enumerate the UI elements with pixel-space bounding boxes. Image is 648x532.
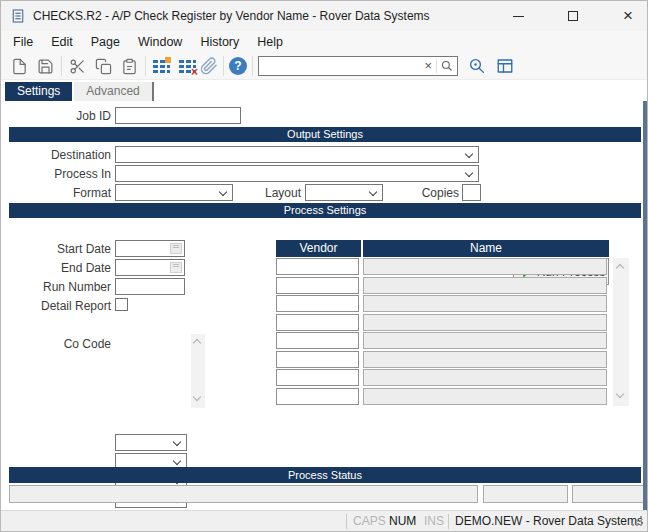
vendor-cell-input[interactable]	[276, 258, 359, 275]
table-row	[276, 369, 609, 386]
copies-label: Copies	[349, 185, 459, 202]
vendor-cell-input[interactable]	[276, 314, 359, 331]
app-icon	[10, 8, 26, 24]
paste-button[interactable]	[119, 56, 139, 76]
find-view-button[interactable]	[467, 56, 487, 76]
search-icon[interactable]	[437, 60, 457, 72]
start-date-label: Start Date	[1, 241, 111, 258]
table-row	[276, 295, 609, 312]
vendor-cell-input[interactable]	[276, 277, 359, 294]
scroll-down-icon[interactable]	[616, 390, 624, 398]
name-cell	[363, 332, 607, 349]
destination-label: Destination	[1, 147, 111, 164]
menu-edit[interactable]: Edit	[42, 35, 82, 49]
calendar-icon[interactable]	[170, 262, 182, 273]
tab-settings[interactable]: Settings	[5, 82, 72, 101]
paperclip-icon	[200, 57, 218, 75]
help-button[interactable]: ?	[228, 56, 248, 76]
minimize-icon	[513, 16, 524, 17]
delete-badge-icon: ×	[191, 66, 198, 78]
co-code-label: Co Code	[1, 336, 111, 353]
menu-bar: File Edit Page Window History Help	[1, 31, 647, 52]
close-icon: ×	[623, 6, 633, 26]
chevron-down-icon	[173, 438, 181, 446]
save-icon	[37, 58, 54, 75]
save-button[interactable]	[35, 56, 55, 76]
window-title: CHECKS.R2 - A/P Check Register by Vendor…	[33, 1, 430, 31]
vendor-cell-input[interactable]	[276, 332, 359, 349]
tab-advanced[interactable]: Advanced	[74, 82, 153, 101]
delete-row-button[interactable]: ×	[177, 56, 197, 76]
process-settings-header: Process Settings	[9, 203, 641, 218]
start-date-input[interactable]	[116, 241, 168, 256]
settings-panel: Job ID Output Settings Destination Proce…	[1, 101, 647, 510]
toolbar-separator	[145, 56, 146, 76]
table-row	[276, 388, 609, 405]
scroll-down-icon[interactable]	[193, 393, 201, 401]
minimize-button[interactable]	[499, 1, 537, 31]
vendor-cell-input[interactable]	[276, 295, 359, 312]
name-cell	[363, 277, 607, 294]
vendor-column-header: Vendor	[276, 240, 361, 257]
job-id-label: Job ID	[1, 108, 111, 125]
add-row-button[interactable]	[151, 56, 171, 76]
session-context: DEMO.NEW - Rover Data Systems	[455, 511, 643, 531]
job-id-input[interactable]	[116, 108, 240, 123]
scroll-up-icon[interactable]	[193, 339, 201, 347]
new-document-button[interactable]	[9, 56, 29, 76]
run-number-field-box	[115, 278, 185, 295]
name-column-header: Name	[363, 240, 609, 257]
vertical-scrollbar[interactable]	[643, 101, 647, 512]
resize-grip[interactable]	[632, 516, 644, 528]
vendor-cell-input[interactable]	[276, 351, 359, 368]
format-label: Format	[1, 185, 111, 202]
vendor-table-rows	[276, 258, 609, 406]
vendor-cell-input[interactable]	[276, 369, 359, 386]
copies-input[interactable]	[463, 185, 480, 200]
maximize-icon	[568, 11, 578, 21]
cut-button[interactable]	[67, 56, 87, 76]
num-indicator: NUM	[389, 511, 416, 531]
table-row	[276, 277, 609, 294]
grid-view-button[interactable]	[495, 56, 515, 76]
name-cell	[363, 369, 607, 386]
menu-file[interactable]: File	[4, 35, 42, 49]
vendor-table-scrollbar[interactable]	[613, 258, 629, 406]
menu-history[interactable]: History	[191, 35, 248, 49]
copy-button[interactable]	[93, 56, 113, 76]
status-bar: CAPS NUM INS DEMO.NEW - Rover Data Syste…	[1, 510, 647, 531]
search-clear-icon[interactable]: ×	[420, 57, 436, 75]
scroll-up-icon[interactable]	[616, 264, 624, 272]
chevron-down-icon	[465, 150, 473, 158]
menu-window[interactable]: Window	[129, 35, 191, 49]
start-date-field-box	[115, 240, 185, 257]
end-date-input[interactable]	[116, 260, 168, 275]
co-code-scrollbar[interactable]	[191, 334, 205, 408]
destination-select[interactable]	[115, 146, 479, 163]
search-box: ×	[258, 56, 458, 76]
new-document-icon	[11, 58, 28, 75]
vendor-cell-input[interactable]	[276, 388, 359, 405]
detail-report-checkbox[interactable]	[115, 298, 128, 311]
grid-view-icon	[496, 57, 514, 75]
calendar-icon[interactable]	[170, 243, 182, 254]
job-id-field-box	[115, 107, 241, 124]
toolbar-separator	[252, 56, 253, 76]
table-row	[276, 351, 609, 368]
find-view-icon	[468, 57, 486, 75]
table-row	[276, 314, 609, 331]
table-row	[276, 258, 609, 275]
search-input[interactable]	[259, 58, 420, 74]
run-number-input[interactable]	[116, 279, 184, 294]
name-cell	[363, 295, 607, 312]
menu-help[interactable]: Help	[248, 35, 292, 49]
name-cell	[363, 258, 607, 275]
co-code-select[interactable]	[115, 434, 187, 451]
attachments-button[interactable]	[199, 56, 219, 76]
process-in-select[interactable]	[115, 165, 479, 182]
name-cell	[363, 351, 607, 368]
menu-page[interactable]: Page	[82, 35, 129, 49]
maximize-button[interactable]	[554, 1, 592, 31]
close-button[interactable]: ×	[607, 1, 648, 31]
layout-label: Layout	[191, 185, 301, 202]
